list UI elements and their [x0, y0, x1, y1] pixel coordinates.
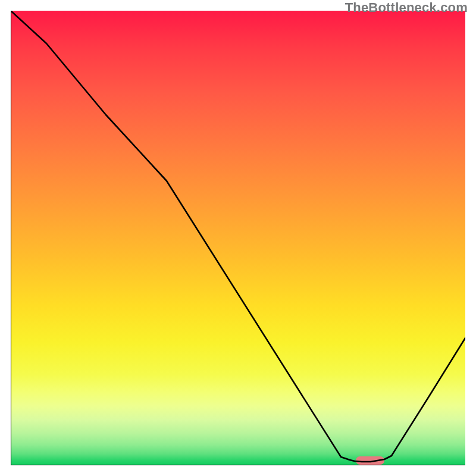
chart-canvas: TheBottleneck.com	[0, 0, 476, 476]
watermark: TheBottleneck.com	[345, 0, 468, 15]
y-axis	[11, 11, 11, 465]
plot-area	[11, 11, 465, 465]
x-axis	[11, 465, 465, 465]
bottleneck-curve	[11, 11, 465, 465]
curve-path	[11, 11, 465, 462]
